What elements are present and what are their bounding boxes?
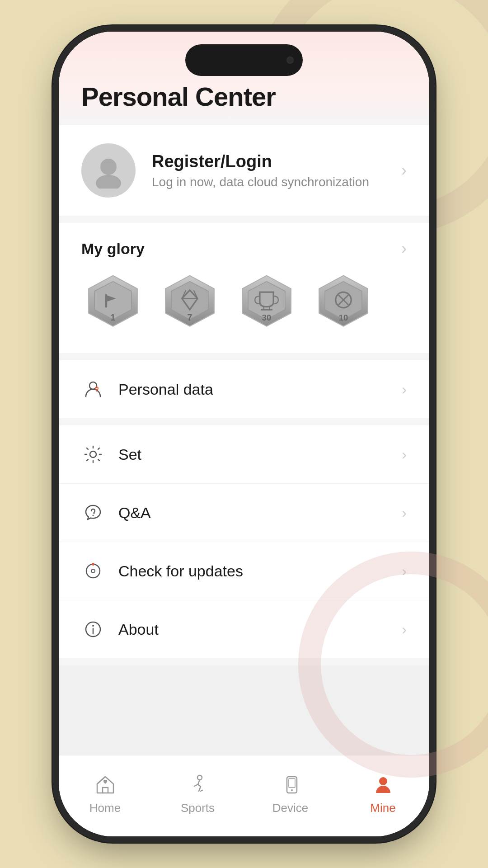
badges-row: 1 — [81, 272, 407, 335]
svg-point-0 — [100, 159, 117, 175]
profile-name: Register/Login — [152, 152, 385, 171]
tab-home[interactable]: Home — [59, 764, 151, 823]
svg-point-1 — [96, 175, 121, 189]
check-updates-chevron-icon: › — [402, 563, 407, 580]
badge-1: 1 — [81, 272, 145, 335]
glory-section: My glory › — [59, 223, 429, 353]
phone-frame: Personal Center Register/Login Log in no… — [59, 32, 429, 836]
sports-tab-icon — [185, 772, 211, 797]
page-title: Personal Center — [81, 81, 407, 112]
check-updates-icon — [81, 559, 105, 583]
svg-point-29 — [90, 451, 96, 458]
menu-item-check-updates[interactable]: Check for updates › — [59, 542, 429, 600]
mine-tab-label: Mine — [370, 801, 395, 815]
device-tab-icon — [278, 772, 303, 797]
profile-section[interactable]: Register/Login Log in now, data cloud sy… — [59, 125, 429, 216]
bottom-spacer — [59, 665, 429, 755]
svg-text:10: 10 — [339, 313, 348, 322]
qa-chevron-icon: › — [402, 505, 407, 521]
glory-header[interactable]: My glory › — [81, 239, 407, 258]
menu-item-personal-data[interactable]: Personal data › — [59, 360, 429, 418]
svg-point-36 — [92, 625, 94, 627]
badge-2: 7 — [158, 272, 221, 335]
camera-dot — [286, 57, 294, 64]
svg-point-41 — [379, 777, 387, 785]
content: Register/Login Log in now, data cloud sy… — [59, 125, 429, 755]
menu-item-qa[interactable]: Q&A › — [59, 484, 429, 542]
home-tab-icon — [93, 772, 118, 797]
set-chevron-icon: › — [402, 446, 407, 463]
personal-data-label: Personal data — [118, 381, 388, 398]
svg-point-40 — [291, 789, 293, 791]
set-icon — [81, 443, 105, 466]
screen: Personal Center Register/Login Log in no… — [59, 32, 429, 836]
sports-tab-label: Sports — [181, 801, 215, 815]
menu-item-about[interactable]: About › — [59, 600, 429, 658]
about-label: About — [118, 621, 388, 638]
mine-tab-icon — [371, 772, 396, 797]
profile-subtitle: Log in now, data cloud synchronization — [152, 175, 385, 189]
profile-info: Register/Login Log in now, data cloud sy… — [152, 152, 385, 189]
tab-mine[interactable]: Mine — [337, 764, 429, 823]
menu-section-personal: Personal data › — [59, 360, 429, 418]
dynamic-island — [185, 44, 303, 76]
check-updates-label: Check for updates — [118, 562, 388, 580]
about-icon — [81, 618, 105, 641]
personal-data-chevron-icon: › — [402, 381, 407, 398]
svg-point-33 — [92, 563, 94, 566]
badge-4: 10 — [312, 272, 375, 335]
svg-text:7: 7 — [188, 312, 192, 322]
glory-title: My glory — [81, 240, 145, 258]
glory-chevron-icon: › — [401, 239, 407, 258]
badge-3: 30 — [235, 272, 298, 335]
qa-icon — [81, 501, 105, 524]
tab-device[interactable]: Device — [244, 764, 337, 823]
set-label: Set — [118, 446, 388, 463]
qa-label: Q&A — [118, 504, 388, 522]
personal-data-icon — [81, 377, 105, 401]
home-tab-label: Home — [89, 801, 121, 815]
about-chevron-icon: › — [402, 621, 407, 638]
menu-section-main: Set › Q&A › — [59, 425, 429, 658]
svg-rect-39 — [289, 778, 295, 788]
svg-point-32 — [91, 569, 95, 573]
profile-chevron-icon: › — [401, 161, 407, 180]
tab-bar: Home Sports — [59, 755, 429, 836]
tab-sports[interactable]: Sports — [151, 764, 244, 823]
svg-text:30: 30 — [262, 313, 271, 322]
svg-text:1: 1 — [111, 312, 116, 322]
svg-point-30 — [93, 515, 94, 516]
svg-point-31 — [86, 564, 100, 578]
svg-point-37 — [197, 775, 202, 780]
menu-item-set[interactable]: Set › — [59, 425, 429, 484]
avatar — [81, 143, 136, 198]
device-tab-label: Device — [272, 801, 308, 815]
